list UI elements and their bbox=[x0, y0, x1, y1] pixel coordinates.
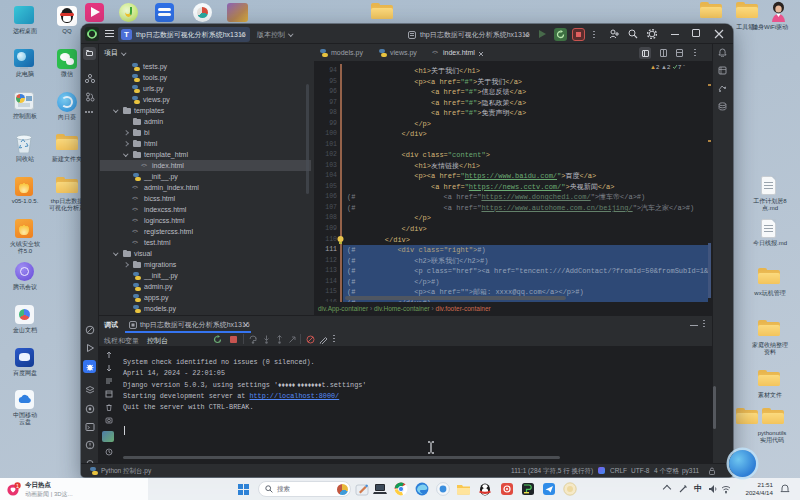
svg-text:1: 1 bbox=[16, 483, 19, 489]
